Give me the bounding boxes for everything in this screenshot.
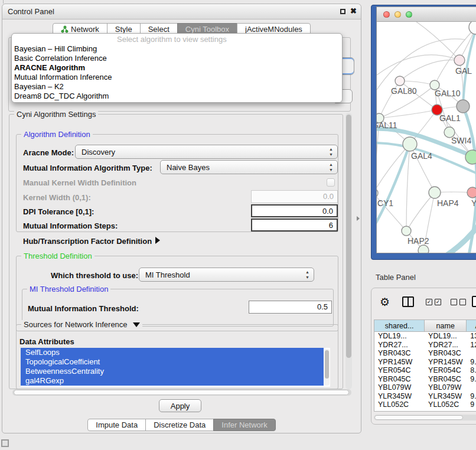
table-horizontal-scrollbar[interactable]	[374, 415, 476, 420]
node-hap2[interactable]	[402, 226, 411, 236]
list-item[interactable]: gal4RGexp	[21, 376, 324, 386]
column-header-name[interactable]: name	[425, 320, 467, 331]
scrollbar-thumb[interactable]	[14, 390, 349, 395]
dropdown-item[interactable]: Basic Correlation Inference	[12, 54, 342, 63]
hub-definition-toggle[interactable]: Hub/Transcription Factor Definition	[23, 237, 160, 246]
document-icon[interactable]	[472, 296, 476, 307]
mi-steps-field[interactable]: 6	[251, 219, 338, 231]
network-icon	[61, 25, 69, 33]
mi-steps-label: Mutual Information Steps:	[23, 221, 118, 230]
node-gal4[interactable]	[403, 137, 417, 151]
table-panel: ⚙ ✓ ✓ shared... name A YDL19...YDL19...1…	[371, 288, 476, 425]
node-partial-top[interactable]	[469, 22, 476, 34]
column-header-partial[interactable]: A	[467, 320, 476, 331]
table-row[interactable]: YLR345WYLR345W9.	[374, 392, 476, 401]
dropdown-item[interactable]: Mutual Information Inference	[12, 73, 342, 82]
close-window-icon[interactable]	[383, 11, 390, 18]
dropdown-prompt: Select algorithm to view settings	[12, 35, 342, 44]
dropdown-item[interactable]: Bayesian – K2	[12, 82, 342, 92]
which-threshold-label: Which threshold to use:	[51, 271, 138, 280]
settings-gear-icon[interactable]: ⚙	[380, 295, 390, 309]
table-row[interactable]: YDL19...YDL19...13	[374, 332, 476, 341]
data-attributes-label: Data Attributes	[19, 337, 74, 346]
aracne-mode-combo[interactable]: Discovery ▲▼	[75, 145, 338, 159]
cyni-settings-title: Cyni Algorithm Settings	[14, 110, 98, 119]
screen: Control Panel ✖ Network Style Select Cyn…	[0, 0, 476, 450]
table-row[interactable]: YLL052CYLL052C9	[374, 400, 476, 409]
network-canvas[interactable]: GAL GAL80 GAL10 GAL1 GAL11 SWI4 GAL4 GCY…	[377, 22, 476, 253]
select-all-checkbox-icon[interactable]: ✓	[426, 299, 432, 305]
scrollbar-thumb[interactable]	[346, 115, 351, 358]
scrollbar-thumb[interactable]	[374, 415, 463, 420]
close-panel-icon[interactable]: ✖	[350, 6, 357, 15]
node-label: GAL4	[411, 151, 432, 161]
node-gal80[interactable]	[395, 76, 405, 86]
table-row[interactable]: YBR045CYBR045C9.	[374, 375, 476, 384]
list-item[interactable]: SelfLoops	[21, 348, 324, 357]
mi-threshold-label: Mutual Information Threshold:	[28, 304, 139, 313]
dpi-tolerance-label: DPI Tolerance [0,1]:	[23, 207, 94, 216]
minimize-window-icon[interactable]	[395, 11, 401, 18]
dropdown-item-selected[interactable]: ARACNE Algorithm	[12, 63, 342, 73]
network-view-frame: GAL GAL80 GAL10 GAL1 GAL11 SWI4 GAL4 GCY…	[376, 6, 476, 253]
hub-definition-label: Hub/Transcription Factor Definition	[23, 237, 152, 246]
sources-group-title[interactable]: Sources for Network Inference	[21, 320, 142, 329]
dpi-tolerance-field[interactable]: 0.0	[251, 204, 338, 217]
float-window-icon[interactable]	[340, 9, 345, 14]
algorithm-definition-title: Algorithm Definition	[21, 130, 93, 139]
tab-infer-network-label: Infer Network	[221, 420, 267, 429]
deselect-all-checkbox-icon[interactable]	[451, 299, 457, 305]
deselect-all-checkbox-icon[interactable]	[459, 299, 466, 305]
kernel-width-label: Kernel Width (0,1):	[23, 193, 91, 202]
node-green-right[interactable]	[465, 150, 476, 164]
splitter-collapse-icon[interactable]	[357, 216, 360, 221]
tab-cyni-toolbox-label: Cyni Toolbox	[185, 25, 229, 34]
combo-arrows-icon: ▲▼	[329, 146, 333, 157]
aracne-mode-label: Aracne Mode:	[23, 148, 74, 157]
zoom-window-icon[interactable]	[406, 11, 412, 18]
columns-icon[interactable]	[402, 296, 414, 307]
manual-kernel-width-checkbox[interactable]	[327, 178, 335, 187]
table-row[interactable]: YPR145WYPR145W9.	[374, 358, 476, 367]
tab-impute-data[interactable]: Impute Data	[87, 419, 146, 431]
attributes-list-scrollbar[interactable]	[324, 349, 330, 386]
node-label: GCY1	[377, 198, 393, 208]
dropdown-item[interactable]: Bayesian – Hill Climbing	[12, 44, 342, 54]
settings-horizontal-scrollbar[interactable]	[12, 389, 351, 396]
collapsed-panel-icon[interactable]	[1, 439, 9, 447]
mi-threshold-field[interactable]: 0.5	[249, 301, 332, 314]
tab-discretize-data[interactable]: Discretize Data	[145, 419, 214, 431]
node-hap4[interactable]	[429, 187, 441, 198]
scrollbar-thumb[interactable]	[325, 350, 329, 379]
node-label: GAL1	[439, 113, 461, 123]
which-threshold-combo[interactable]: MI Threshold ▲▼	[139, 268, 314, 282]
node-label: Y	[471, 198, 476, 208]
node-pink-right[interactable]	[467, 187, 476, 198]
node-bottom[interactable]	[418, 245, 429, 253]
column-header-shared-name[interactable]: shared...	[374, 320, 425, 331]
tab-style-label: Style	[115, 25, 132, 34]
list-item[interactable]: BetweennessCentrality	[21, 367, 324, 376]
network-window-titlebar	[377, 7, 476, 22]
table-row[interactable]: YBL079WYBL079W	[374, 383, 476, 392]
select-all-checkbox-icon[interactable]: ✓	[435, 299, 441, 305]
settings-vertical-scrollbar[interactable]	[345, 113, 352, 389]
sources-title-label: Sources for Network Inference	[24, 320, 128, 329]
table-row[interactable]: YBR043CYBR043C	[374, 349, 476, 358]
table-row[interactable]: YDR27...YDR27...12	[374, 341, 476, 350]
table-row[interactable]: YER054CYER054C8.	[374, 366, 476, 375]
tab-infer-network[interactable]: Infer Network	[213, 419, 275, 431]
node-gcy1[interactable]	[377, 188, 378, 198]
apply-button[interactable]: Apply	[159, 399, 201, 412]
mi-algorithm-type-combo[interactable]: Naive Bayes ▲▼	[160, 160, 338, 174]
node-label: GAL10	[435, 89, 461, 98]
node-label: SWI4	[451, 136, 471, 145]
node-table: shared... name A YDL19...YDL19...13 YDR2…	[374, 319, 476, 412]
node-pink-top[interactable]	[454, 55, 465, 66]
dropdown-item[interactable]: Dream8 DC_TDC Algorithm	[12, 92, 342, 101]
list-item[interactable]: TopologicalCoefficient	[21, 357, 324, 367]
tab-discretize-data-label: Discretize Data	[154, 420, 206, 429]
node-gray[interactable]	[457, 100, 470, 113]
node-label: HAP2	[407, 236, 429, 246]
aracne-mode-value: Discovery	[81, 148, 115, 156]
